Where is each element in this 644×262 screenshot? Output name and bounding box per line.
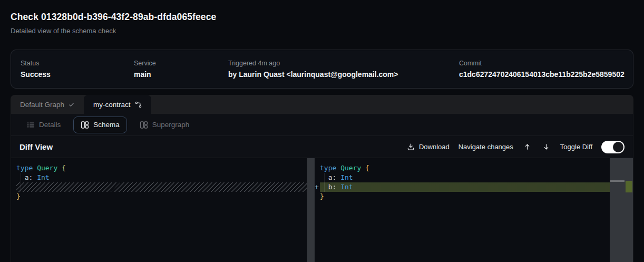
schema-check-page: Check 01328b0d-b396-43f2-89ab-dfda065fee… — [0, 0, 644, 262]
page-title: Check 01328b0d-b396-43f2-89ab-dfda065fee… — [11, 10, 633, 24]
page-subtitle: Detailed view of the schema check — [11, 26, 633, 35]
navigate-changes-label: Navigate changes — [458, 143, 513, 151]
indent-guide — [21, 173, 21, 192]
triggered-label: Triggered 4m ago — [228, 59, 459, 67]
switch-knob — [613, 142, 623, 152]
panels-icon — [81, 121, 89, 129]
tab-schema[interactable]: Schema — [73, 117, 127, 133]
tab-supergraph[interactable]: Supergraph — [132, 117, 197, 133]
meta-triggered: Triggered 4m ago by Laurin Quast <laurin… — [228, 59, 459, 79]
next-change-button[interactable] — [541, 142, 551, 152]
graph-tab-default-graph[interactable]: Default Graph — [11, 95, 84, 114]
download-button[interactable]: Download — [407, 143, 450, 151]
status-value: Success — [21, 70, 134, 79]
modified-schema-code: type Query { a: Int+ b: Int} — [315, 158, 633, 262]
indent-guide — [324, 173, 325, 192]
graph-tab-my-contract[interactable]: my-contract — [84, 95, 151, 114]
tab-label: Schema — [93, 121, 120, 129]
diff-added-line: + b: Int — [315, 182, 610, 192]
added-change-marker — [626, 181, 632, 192]
diff-view-title: Diff View — [19, 142, 53, 151]
diff-filler-line — [16, 182, 307, 192]
code-line: } — [315, 192, 610, 201]
tab-label: Details — [39, 121, 61, 129]
code-line: a: Int — [315, 173, 610, 182]
commit-value: c1dc62724702406154013cbe11b225b2e5859502 — [459, 70, 625, 79]
service-value: main — [134, 70, 228, 79]
meta-status: Status Success — [21, 59, 134, 79]
toggle-diff-switch[interactable] — [601, 141, 625, 153]
page-header: Check 01328b0d-b396-43f2-89ab-dfda065fee… — [0, 0, 644, 35]
service-label: Service — [134, 59, 228, 67]
meta-commit: Commit c1dc62724702406154013cbe11b225b2e… — [459, 59, 625, 79]
view-tab-bar: Details Schema Supergraph — [11, 114, 633, 136]
code-line: type Query { — [315, 163, 610, 173]
tab-label: Supergraph — [152, 121, 190, 129]
download-icon — [407, 143, 415, 151]
code-line: a: Int — [16, 173, 307, 182]
graph-tab-strip: Default Graph my-contract — [11, 95, 633, 114]
code-line: type Query { — [16, 163, 307, 173]
diff-toolbar: Diff View Download Navigate changes — [11, 136, 633, 158]
check-icon — [69, 102, 74, 108]
check-meta-card: Status Success Service main Triggered 4m… — [11, 50, 633, 89]
list-icon — [26, 121, 35, 129]
triggered-value: by Laurin Quast <laurinquast@googlemail.… — [228, 70, 459, 79]
commit-label: Commit — [459, 59, 625, 67]
schema-diff-editor: type Query { a: Int} type Query { a: Int… — [11, 158, 633, 262]
code-line: } — [16, 192, 307, 201]
previous-change-button[interactable] — [522, 142, 532, 152]
original-schema-code: type Query { a: Int} — [11, 158, 315, 262]
arrow-up-icon — [523, 143, 531, 151]
scrollbar-slider[interactable] — [610, 180, 625, 182]
diff-pane-original: type Query { a: Int} — [11, 158, 315, 262]
meta-service: Service main — [134, 59, 228, 79]
panels-icon — [140, 121, 148, 129]
right-scrollbar[interactable] — [610, 158, 633, 262]
check-detail-panel: Details Schema Supergraph Diff View — [11, 114, 633, 262]
diff-line-gutter: + — [315, 182, 320, 192]
status-label: Status — [21, 59, 134, 67]
route-icon — [135, 101, 142, 108]
diff-pane-modified: type Query { a: Int+ b: Int} — [315, 158, 633, 262]
left-scrollbar[interactable] — [307, 158, 315, 262]
toggle-diff-label: Toggle Diff — [560, 143, 592, 151]
check-detail-section: Default Graph my-contract Details — [11, 95, 633, 262]
tab-details[interactable]: Details — [19, 117, 68, 133]
arrow-down-icon — [542, 143, 550, 151]
graph-tab-label: Default Graph — [20, 101, 64, 109]
graph-tab-label: my-contract — [93, 101, 131, 109]
diff-toolbar-actions: Download Navigate changes Toggle Diff — [407, 141, 625, 153]
download-label: Download — [419, 143, 450, 151]
